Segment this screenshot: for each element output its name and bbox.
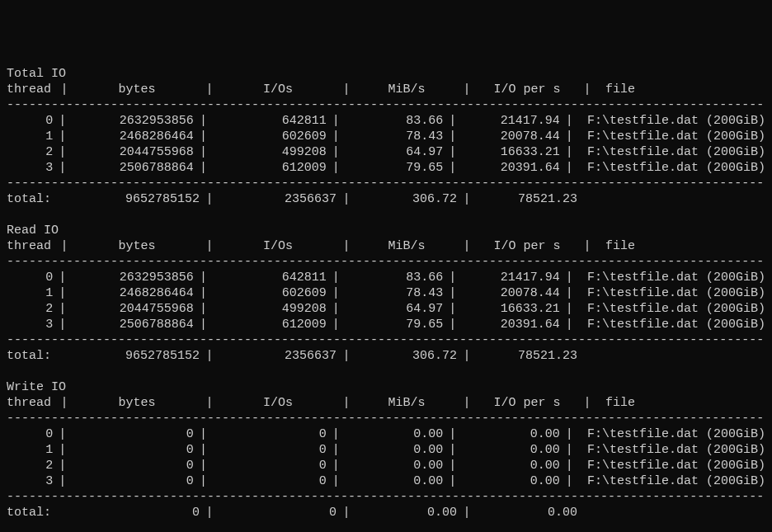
spacer [54,192,74,208]
pipe-icon: | [53,318,72,333]
cell-iops: 0.00 [462,459,559,474]
pipe-icon: | [200,192,219,208]
table-row: 0|0|0|0.00|0.00|F:\testfile.dat (200GiB) [7,427,765,443]
cell-mibs: 0.00 [346,459,443,474]
header-ios: I/Os [219,82,337,98]
pipe-icon: | [457,239,477,255]
cell-file: F:\testfile.dat (200GiB) [579,474,765,490]
pipe-icon: | [53,302,72,318]
table-row: 1|2468286464|602609|78.43|20078.44|F:\te… [7,286,765,302]
cell-thread: 0 [7,271,53,286]
cell-iops: 0.00 [462,474,559,490]
table-header: thread|bytes|I/Os|MiB/s|I/O per s|file [7,239,765,255]
pipe-icon: | [54,82,74,98]
pipe-icon: | [194,474,213,490]
section-title: Read IO [7,224,59,239]
header-bytes: bytes [74,239,200,255]
cell-iops: 16633.21 [462,302,559,318]
cell-mibs: 79.65 [346,161,443,177]
pipe-icon: | [194,161,213,177]
pipe-icon: | [200,349,219,365]
cell-ios: 602609 [213,286,327,302]
header-thread: thread [7,82,54,98]
pipe-icon: | [443,161,462,177]
header-file: file [597,82,635,98]
header-mibs: MiB/s [356,396,457,412]
header-iops: I/O per s [477,239,577,255]
pipe-icon: | [53,161,72,177]
cell-bytes: 2044755968 [72,145,193,161]
pipe-icon: | [457,349,477,365]
cell-thread: 1 [7,443,53,459]
pipe-icon: | [327,302,346,318]
pipe-icon: | [337,82,356,98]
table-header: thread|bytes|I/Os|MiB/s|I/O per s|file [7,82,765,98]
cell-file: F:\testfile.dat (200GiB) [579,427,765,443]
table-row: 0|2632953856|642811|83.66|21417.94|F:\te… [7,114,765,129]
cell-iops: 20391.64 [462,161,559,177]
spacer [54,506,74,521]
table-row: 3|2506788864|612009|79.65|20391.64|F:\te… [7,318,765,333]
total-bytes: 9652785152 [74,349,200,365]
pipe-icon: | [194,129,213,145]
pipe-icon: | [457,396,477,412]
cell-file: F:\testfile.dat (200GiB) [579,114,765,129]
pipe-icon: | [194,443,213,459]
pipe-icon: | [457,82,477,98]
cell-file: F:\testfile.dat (200GiB) [579,161,765,177]
pipe-icon: | [560,318,579,333]
pipe-icon: | [200,506,219,521]
cell-mibs: 0.00 [346,443,443,459]
cell-mibs: 78.43 [346,129,443,145]
pipe-icon: | [53,443,72,459]
pipe-icon: | [560,427,579,443]
pipe-icon: | [560,145,579,161]
cell-file: F:\testfile.dat (200GiB) [579,459,765,474]
pipe-icon: | [194,427,213,443]
pipe-icon: | [53,427,72,443]
pipe-icon: | [54,396,74,412]
cell-thread: 0 [7,114,53,129]
total-bytes: 9652785152 [74,192,200,208]
pipe-icon: | [577,396,597,412]
cell-bytes: 0 [72,443,193,459]
cell-iops: 0.00 [462,427,559,443]
table-row: 1|0|0|0.00|0.00|F:\testfile.dat (200GiB) [7,443,765,459]
pipe-icon: | [560,459,579,474]
cell-ios: 499208 [213,302,327,318]
divider: ----------------------------------------… [7,412,765,427]
header-thread: thread [7,239,54,255]
cell-file: F:\testfile.dat (200GiB) [579,129,765,145]
table-row: 3|0|0|0.00|0.00|F:\testfile.dat (200GiB) [7,474,765,490]
section-title: Write IO [7,380,66,396]
cell-thread: 3 [7,318,53,333]
header-bytes: bytes [74,82,200,98]
cell-file: F:\testfile.dat (200GiB) [579,145,765,161]
divider: ----------------------------------------… [7,490,765,506]
pipe-icon: | [53,474,72,490]
pipe-icon: | [327,318,346,333]
pipe-icon: | [327,286,346,302]
cell-bytes: 2632953856 [72,114,193,129]
cell-thread: 2 [7,145,53,161]
total-row: total: 0|0|0.00|0.00 [7,506,765,521]
cell-bytes: 0 [72,474,193,490]
total-bytes: 0 [74,506,200,521]
total-label: total: [7,506,54,521]
cell-ios: 612009 [213,318,327,333]
cell-ios: 0 [213,459,327,474]
pipe-icon: | [443,145,462,161]
pipe-icon: | [457,506,477,521]
cell-mibs: 64.97 [346,145,443,161]
pipe-icon: | [577,239,597,255]
pipe-icon: | [577,82,597,98]
cell-iops: 20391.64 [462,318,559,333]
divider: ----------------------------------------… [7,177,765,192]
cell-mibs: 83.66 [346,114,443,129]
total-ios: 0 [219,506,337,521]
total-row: total: 9652785152|2356637|306.72|78521.2… [7,349,765,365]
cell-ios: 612009 [213,161,327,177]
pipe-icon: | [327,443,346,459]
section-title: Total IO [7,67,66,82]
cell-mibs: 0.00 [346,474,443,490]
